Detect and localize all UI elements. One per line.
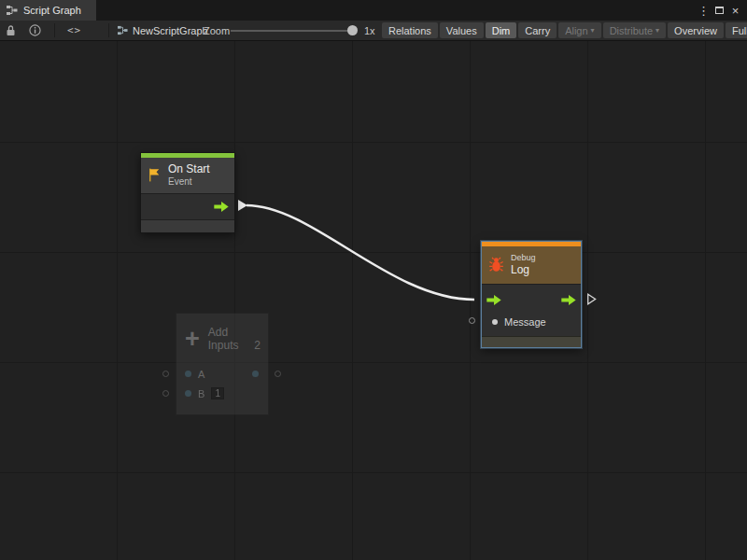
values-button[interactable]: Values [440,22,484,38]
message-port-socket[interactable] [469,317,475,324]
zoom-value: 1x [364,21,375,40]
distribute-label: Distribute [610,25,653,36]
connection-wire [0,41,747,560]
node-header: + Add Inputs 2 [176,314,268,364]
window-controls: ⋮ × [696,0,747,21]
overview-button[interactable]: Overview [668,22,724,38]
fullscreen-button[interactable]: Full S [726,22,747,38]
window-tab-bar: Script Graph ⋮ × [0,0,747,21]
node-header: Debug Log [482,246,581,284]
zoom-slider-knob[interactable] [347,25,358,35]
node-title: Log [511,263,536,277]
input-b-socket[interactable] [162,390,169,397]
zoom-label: Zoom [204,21,230,40]
input-a-port[interactable] [185,371,191,377]
node-supertitle: Debug [511,253,536,263]
toolbar-divider [108,23,109,37]
input-a-socket[interactable] [162,371,169,377]
info-icon[interactable] [29,21,41,40]
input-b-label: B [198,388,204,399]
flow-output-port[interactable] [214,202,229,212]
script-graph-asset-icon [118,25,128,35]
graph-canvas[interactable]: On Start Event Deb [0,41,747,560]
carry-button[interactable]: Carry [518,22,557,38]
align-button[interactable]: Align ▾ [558,22,600,38]
bug-icon [487,256,505,275]
graph-icon [7,5,18,16]
align-label: Align [565,25,587,36]
node-debug-log[interactable]: Debug Log Message [481,241,582,348]
chevron-down-icon: ▾ [655,27,659,35]
zoom-slider-track [231,30,348,32]
node-footer [141,219,234,232]
node-title: Add [208,326,261,339]
input-a-label: A [198,369,204,380]
wire-start-arrow [238,200,247,211]
node-footer [482,336,581,347]
maximize-icon[interactable] [712,0,727,21]
toolbar-divider [54,23,55,37]
node-subtitle: Event [168,176,210,189]
node-on-start[interactable]: On Start Event [140,152,235,233]
zoom-slider[interactable] [231,21,358,40]
graph-name[interactable]: NewScriptGraph [118,21,208,40]
node-header: On Start Event [141,158,234,193]
plus-icon: + [185,327,200,352]
tab-script-graph[interactable]: Script Graph [0,0,96,21]
message-input-port[interactable] [492,319,498,325]
menu-icon[interactable]: ⋮ [696,0,712,21]
flow-input-port[interactable] [486,295,501,305]
sum-output-socket[interactable] [275,371,281,377]
message-port-label: Message [504,316,546,328]
flag-icon [147,167,162,185]
node-port-section: Message [482,284,581,336]
code-icon[interactable]: <> [67,21,81,40]
chevron-down-icon: ▾ [591,27,595,35]
input-row-a: A [176,364,268,384]
node-port-section [141,193,234,219]
graph-name-label: NewScriptGraph [133,25,208,36]
flow-output-port[interactable] [561,295,576,305]
input-b-port[interactable] [185,390,191,397]
node-add-ghost[interactable]: + Add Inputs 2 A B 1 [176,313,269,415]
input-row-b: B 1 [176,384,268,403]
carry-indicator-icon [586,293,597,305]
node-title: On Start [168,162,210,176]
sum-output-port[interactable] [252,371,259,377]
graph-toolbar: <> NewScriptGraph Zoom 1x Relations Valu… [0,21,747,41]
close-icon[interactable]: × [727,0,743,21]
input-count: 2 [254,339,261,352]
relations-button[interactable]: Relations [382,22,438,38]
lock-icon[interactable] [6,21,16,40]
distribute-button[interactable]: Distribute ▾ [603,22,666,38]
input-b-value-field[interactable]: 1 [211,387,224,399]
node-subtitle: Inputs [208,339,239,352]
tab-title: Script Graph [23,5,81,16]
dim-button[interactable]: Dim [486,22,517,38]
